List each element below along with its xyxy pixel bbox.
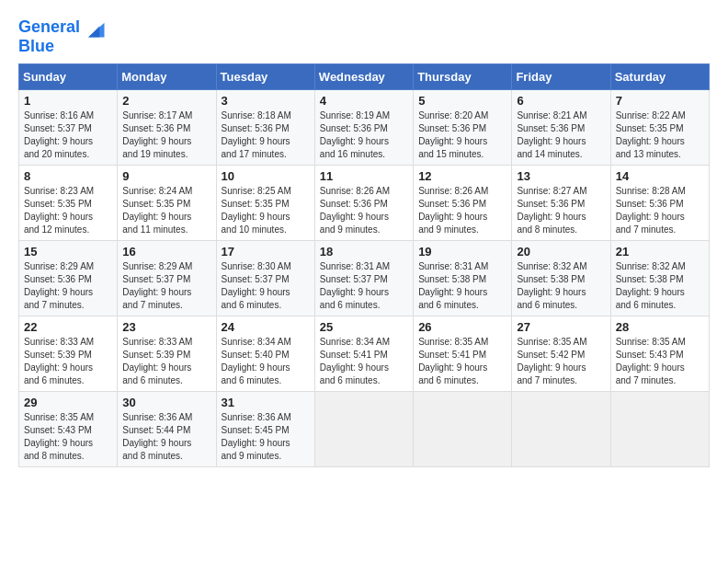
day-info: Sunrise: 8:24 AM Sunset: 5:35 PM Dayligh… — [122, 185, 210, 236]
calendar-cell — [414, 392, 512, 467]
day-number: 1 — [24, 94, 112, 108]
day-info: Sunrise: 8:27 AM Sunset: 5:36 PM Dayligh… — [517, 185, 605, 236]
day-info: Sunrise: 8:26 AM Sunset: 5:36 PM Dayligh… — [320, 185, 408, 236]
day-number: 31 — [222, 396, 310, 409]
day-info: Sunrise: 8:36 AM Sunset: 5:44 PM Dayligh… — [122, 411, 210, 463]
calendar-cell: 12Sunrise: 8:26 AM Sunset: 5:36 PM Dayli… — [414, 166, 512, 241]
day-number: 20 — [517, 245, 605, 259]
day-number: 19 — [418, 245, 506, 259]
day-info: Sunrise: 8:35 AM Sunset: 5:41 PM Dayligh… — [418, 336, 506, 387]
calendar-cell: 29Sunrise: 8:35 AM Sunset: 5:43 PM Dayli… — [19, 392, 118, 467]
header-day-wednesday: Wednesday — [314, 64, 413, 90]
calendar-cell: 18Sunrise: 8:31 AM Sunset: 5:37 PM Dayli… — [314, 241, 413, 316]
header-day-thursday: Thursday — [414, 64, 512, 90]
calendar-cell: 10Sunrise: 8:25 AM Sunset: 5:35 PM Dayli… — [216, 166, 314, 241]
day-info: Sunrise: 8:35 AM Sunset: 5:42 PM Dayligh… — [517, 336, 605, 387]
calendar-cell: 23Sunrise: 8:33 AM Sunset: 5:39 PM Dayli… — [118, 316, 216, 392]
day-number: 13 — [517, 169, 605, 183]
calendar-cell: 13Sunrise: 8:27 AM Sunset: 5:36 PM Dayli… — [512, 166, 610, 241]
svg-marker-1 — [88, 26, 99, 37]
calendar-week-row: 15Sunrise: 8:29 AM Sunset: 5:36 PM Dayli… — [19, 241, 710, 316]
day-info: Sunrise: 8:35 AM Sunset: 5:43 PM Dayligh… — [616, 336, 704, 387]
day-number: 15 — [24, 245, 112, 259]
calendar-table: SundayMondayTuesdayWednesdayThursdayFrid… — [18, 63, 710, 467]
day-info: Sunrise: 8:31 AM Sunset: 5:38 PM Dayligh… — [418, 260, 506, 312]
day-number: 2 — [122, 94, 210, 108]
calendar-cell: 1Sunrise: 8:16 AM Sunset: 5:37 PM Daylig… — [19, 90, 118, 166]
header-day-monday: Monday — [118, 64, 216, 90]
calendar-cell: 17Sunrise: 8:30 AM Sunset: 5:37 PM Dayli… — [216, 241, 314, 316]
day-number: 22 — [24, 320, 112, 334]
day-number: 9 — [122, 169, 210, 183]
day-info: Sunrise: 8:34 AM Sunset: 5:40 PM Dayligh… — [222, 336, 310, 387]
calendar-cell: 15Sunrise: 8:29 AM Sunset: 5:36 PM Dayli… — [19, 241, 118, 316]
day-info: Sunrise: 8:16 AM Sunset: 5:37 PM Dayligh… — [24, 109, 112, 161]
calendar-cell: 16Sunrise: 8:29 AM Sunset: 5:37 PM Dayli… — [118, 241, 216, 316]
day-number: 18 — [320, 245, 408, 259]
calendar-cell: 20Sunrise: 8:32 AM Sunset: 5:38 PM Dayli… — [512, 241, 610, 316]
header-day-tuesday: Tuesday — [216, 64, 314, 90]
day-number: 28 — [616, 320, 704, 334]
day-number: 23 — [122, 320, 210, 334]
calendar-cell: 2Sunrise: 8:17 AM Sunset: 5:36 PM Daylig… — [118, 90, 216, 166]
calendar-cell: 28Sunrise: 8:35 AM Sunset: 5:43 PM Dayli… — [610, 316, 709, 392]
calendar-week-row: 1Sunrise: 8:16 AM Sunset: 5:37 PM Daylig… — [19, 90, 710, 166]
day-number: 25 — [320, 320, 408, 334]
day-number: 5 — [418, 94, 506, 108]
calendar-week-row: 29Sunrise: 8:35 AM Sunset: 5:43 PM Dayli… — [19, 392, 710, 467]
day-info: Sunrise: 8:19 AM Sunset: 5:36 PM Dayligh… — [320, 109, 408, 161]
day-number: 11 — [320, 169, 408, 183]
day-number: 12 — [418, 169, 506, 183]
day-number: 30 — [122, 396, 210, 409]
header-day-sunday: Sunday — [19, 64, 118, 90]
day-info: Sunrise: 8:29 AM Sunset: 5:36 PM Dayligh… — [24, 260, 112, 312]
calendar-cell: 31Sunrise: 8:36 AM Sunset: 5:45 PM Dayli… — [216, 392, 314, 467]
day-info: Sunrise: 8:30 AM Sunset: 5:37 PM Dayligh… — [222, 260, 310, 312]
day-info: Sunrise: 8:22 AM Sunset: 5:35 PM Dayligh… — [616, 109, 704, 161]
calendar-cell — [512, 392, 610, 467]
day-number: 3 — [222, 94, 310, 108]
calendar-cell: 22Sunrise: 8:33 AM Sunset: 5:39 PM Dayli… — [19, 316, 118, 392]
calendar-header-row: SundayMondayTuesdayWednesdayThursdayFrid… — [19, 64, 710, 90]
calendar-cell: 8Sunrise: 8:23 AM Sunset: 5:35 PM Daylig… — [19, 166, 118, 241]
day-info: Sunrise: 8:21 AM Sunset: 5:36 PM Dayligh… — [517, 109, 605, 161]
day-number: 26 — [418, 320, 506, 334]
calendar-cell: 6Sunrise: 8:21 AM Sunset: 5:36 PM Daylig… — [512, 90, 610, 166]
header-day-friday: Friday — [512, 64, 610, 90]
calendar-cell: 11Sunrise: 8:26 AM Sunset: 5:36 PM Dayli… — [314, 166, 413, 241]
day-info: Sunrise: 8:17 AM Sunset: 5:36 PM Dayligh… — [122, 109, 210, 161]
day-info: Sunrise: 8:33 AM Sunset: 5:39 PM Dayligh… — [24, 336, 112, 387]
calendar-cell: 24Sunrise: 8:34 AM Sunset: 5:40 PM Dayli… — [216, 316, 314, 392]
calendar-cell: 30Sunrise: 8:36 AM Sunset: 5:44 PM Dayli… — [118, 392, 216, 467]
logo: General Blue — [18, 15, 108, 56]
calendar-cell — [610, 392, 709, 467]
day-number: 7 — [616, 94, 704, 108]
calendar-cell: 3Sunrise: 8:18 AM Sunset: 5:36 PM Daylig… — [216, 90, 314, 166]
day-number: 29 — [24, 396, 112, 409]
calendar-cell: 14Sunrise: 8:28 AM Sunset: 5:36 PM Dayli… — [610, 166, 709, 241]
calendar-cell: 4Sunrise: 8:19 AM Sunset: 5:36 PM Daylig… — [314, 90, 413, 166]
calendar-cell: 5Sunrise: 8:20 AM Sunset: 5:36 PM Daylig… — [414, 90, 512, 166]
header-day-saturday: Saturday — [610, 64, 709, 90]
calendar-cell: 21Sunrise: 8:32 AM Sunset: 5:38 PM Dayli… — [610, 241, 709, 316]
calendar-week-row: 8Sunrise: 8:23 AM Sunset: 5:35 PM Daylig… — [19, 166, 710, 241]
day-info: Sunrise: 8:18 AM Sunset: 5:36 PM Dayligh… — [222, 109, 310, 161]
day-number: 27 — [517, 320, 605, 334]
day-info: Sunrise: 8:32 AM Sunset: 5:38 PM Dayligh… — [616, 260, 704, 312]
day-info: Sunrise: 8:32 AM Sunset: 5:38 PM Dayligh… — [517, 260, 605, 312]
calendar-cell — [314, 392, 413, 467]
logo-icon — [82, 15, 108, 40]
day-number: 4 — [320, 94, 408, 108]
calendar-cell: 9Sunrise: 8:24 AM Sunset: 5:35 PM Daylig… — [118, 166, 216, 241]
calendar-cell: 7Sunrise: 8:22 AM Sunset: 5:35 PM Daylig… — [610, 90, 709, 166]
day-info: Sunrise: 8:28 AM Sunset: 5:36 PM Dayligh… — [616, 185, 704, 236]
day-info: Sunrise: 8:31 AM Sunset: 5:37 PM Dayligh… — [320, 260, 408, 312]
page-header: General Blue — [18, 15, 710, 56]
day-info: Sunrise: 8:34 AM Sunset: 5:41 PM Dayligh… — [320, 336, 408, 387]
calendar-cell: 25Sunrise: 8:34 AM Sunset: 5:41 PM Dayli… — [314, 316, 413, 392]
day-number: 24 — [222, 320, 310, 334]
day-number: 10 — [222, 169, 310, 183]
day-info: Sunrise: 8:23 AM Sunset: 5:35 PM Dayligh… — [24, 185, 112, 236]
day-number: 21 — [616, 245, 704, 259]
calendar-cell: 19Sunrise: 8:31 AM Sunset: 5:38 PM Dayli… — [414, 241, 512, 316]
